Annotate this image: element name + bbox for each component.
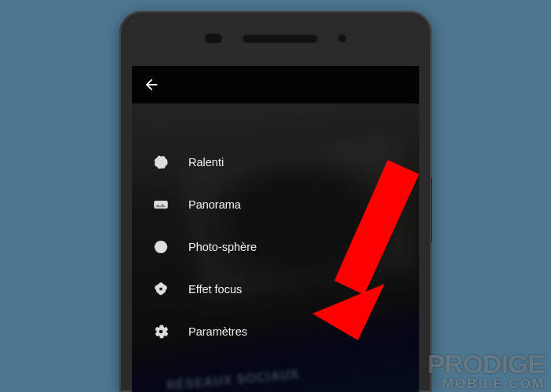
menu-item-photosphere[interactable]: Photo-sphère <box>132 226 419 268</box>
menu-item-panorama[interactable]: Panorama <box>132 183 419 226</box>
back-button[interactable] <box>143 76 160 93</box>
watermark-line1: PRODIGE <box>427 350 545 377</box>
watermark: PRODIGE MOBILE.COM <box>427 350 545 390</box>
camera-mode-menu: Ralenti Panorama Photo <box>132 141 419 353</box>
menu-item-label: Photo-sphère <box>188 241 257 253</box>
lens-blur-icon <box>152 281 170 298</box>
top-bar <box>132 66 419 103</box>
photosphere-icon <box>152 238 170 256</box>
earpiece-speaker <box>243 34 318 43</box>
slow-motion-icon <box>152 154 170 171</box>
sensor-dot <box>338 34 346 42</box>
menu-item-parametres[interactable]: Paramètres <box>132 310 419 353</box>
back-arrow-icon <box>143 76 160 93</box>
panorama-icon <box>152 196 170 213</box>
front-camera <box>205 34 222 43</box>
svg-point-3 <box>159 287 163 291</box>
menu-item-label: Effet focus <box>188 283 242 296</box>
menu-item-label: Ralenti <box>188 156 224 169</box>
phone-frame: RÉSEAUX SOCIAUX Ralenti <box>119 11 432 392</box>
menu-item-ralenti[interactable]: Ralenti <box>132 141 419 183</box>
menu-item-label: Panorama <box>188 198 241 211</box>
gear-icon <box>152 323 170 340</box>
menu-item-label: Paramètres <box>188 325 247 338</box>
phone-hardware-top <box>119 11 432 66</box>
menu-item-effet-focus[interactable]: Effet focus <box>132 268 419 310</box>
svg-point-4 <box>159 329 163 334</box>
power-button <box>431 177 432 243</box>
screen: RÉSEAUX SOCIAUX Ralenti <box>132 66 419 392</box>
watermark-line2: MOBILE.COM <box>427 377 545 390</box>
